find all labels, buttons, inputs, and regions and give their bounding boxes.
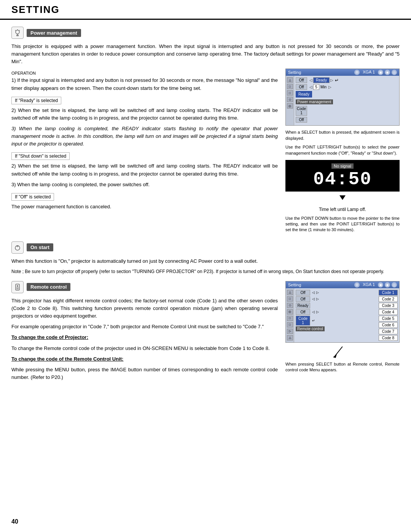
rc-pointer-arrow [331, 347, 354, 358]
rc-row-2: Off ◁ ▷ [296, 296, 376, 302]
power-management-label: Power management [27, 29, 81, 37]
ui-sidebar-item-2: □ [287, 84, 293, 89]
condition1-box: If "Ready" is selected [11, 97, 61, 104]
change-projector-label: To change the code of Projector: [11, 334, 278, 341]
ui-icon1: ⚙ [354, 70, 360, 75]
rc-icon3: ◉ [385, 282, 390, 288]
rc-row-5: Code 1 ↵ [296, 316, 376, 326]
rc-sidebar-item-5: □ [287, 316, 293, 321]
ui-row1-left-arrow: ◁ [309, 78, 312, 82]
ui-titlebar: Setting ⚙ XGA 1 ▣ ◉ ◎ [286, 69, 399, 76]
countdown-arrow-container [285, 195, 400, 200]
ui-icon2: ▣ [378, 70, 383, 75]
remote-control-right-col: Setting ⚙ XGA 1 ▣ ◉ ◎ △ □ [285, 281, 400, 384]
rc-footer-label: Remote control [296, 326, 325, 331]
change-projector-text: To change the Remote control code of the… [11, 345, 278, 352]
rc-row4-label: Off [296, 309, 310, 315]
rc-code-3: Code 3 [379, 303, 398, 308]
ui-row2-label: Off [296, 84, 307, 90]
ui-row-2: Off ◁ 5 Min ▷ [296, 84, 398, 90]
rc-sidebar-item-4: ◎ [287, 309, 293, 315]
on-start-header: On start [11, 241, 400, 254]
condition2-text1: 2) When the set time is elapsed, the lam… [11, 162, 278, 177]
countdown-arrow [339, 195, 346, 200]
remote-control-left-col: Remote control This projector has eight … [11, 281, 278, 384]
rc-row3-label: Ready [296, 303, 310, 308]
on-start-icon [11, 241, 24, 254]
svg-point-10 [17, 285, 18, 287]
rc-sidebar-item-2: □ [287, 296, 293, 302]
lightbulb-icon [14, 29, 21, 37]
time-left-label: Time left until Lamp off. [285, 206, 400, 213]
rc-row1-label: Off [296, 290, 310, 296]
remote-control-text1: This projector has eight different remot… [11, 297, 278, 320]
ui-min-label: Min [320, 85, 327, 89]
svg-rect-9 [16, 284, 19, 290]
ui-titlebar-right: XGA 1 [361, 70, 376, 75]
rc-main-area: Off ◁ ▷ Off ◁ ▷ Ready [294, 288, 377, 342]
ui-off2-label: Off [296, 117, 307, 123]
ui-titlebar-icons: ⚙ XGA 1 ▣ ◉ ◎ [354, 70, 397, 75]
ui-titlebar-left: Setting [288, 70, 301, 75]
ui-row1-right-arrow: ▷ [330, 78, 333, 82]
rc-row1-arrow: ◁ [312, 291, 315, 294]
condition2-label: If "Shut down" is selected [15, 153, 66, 159]
power-management-icon [11, 27, 24, 39]
page-header: SETTING [0, 0, 411, 20]
ui-main-area: Off ◁ Ready ▷ ↵ Off ◁ 5 Min ▷ [294, 76, 399, 125]
rc-row2-label: Off [296, 296, 310, 302]
ui-code1-label: Code 1 [296, 106, 307, 116]
remote-control-section: Remote control This projector has eight … [11, 281, 400, 384]
rc-code-6: Code 6 [379, 322, 398, 328]
rc-caption: When pressing SELECT button at Remote co… [285, 361, 400, 373]
ui-row2-left-arrow: ◁ [309, 85, 312, 89]
rc-icon4: ◎ [392, 282, 397, 288]
rc-code-5: Code 5 [379, 316, 398, 321]
power-management-intro: This projector is equipped with a power … [11, 43, 400, 66]
rc-titlebar-right: XGA 1 [361, 282, 376, 288]
rc-code-2: Code 2 [379, 296, 398, 302]
rc-row4-rarrow: ▷ [316, 310, 319, 314]
rc-row5-label: Code 1 [296, 316, 310, 326]
condition3-label: If "Off" is selected [15, 194, 51, 200]
rc-row2-rarrow: ▷ [316, 297, 319, 301]
rc-row2-arrow: ◁ [312, 297, 315, 301]
on-start-note: Note ; Be sure to turn projector off pro… [11, 268, 400, 275]
remote-control-icon [11, 281, 24, 293]
rc-code-8: Code 8 [379, 335, 398, 341]
power-icon [14, 244, 21, 251]
rc-ui-body: △ □ ◇ ◎ □ □ ▷ △ Off [286, 288, 399, 342]
condition2-text2: 3) When the lamp cooling is completed, t… [11, 181, 278, 189]
countdown-display: No signal 04:50 [285, 160, 400, 192]
page-number: 40 [11, 518, 18, 525]
no-signal-label: No signal [331, 163, 354, 169]
rc-titlebar-left: Setting [288, 283, 301, 287]
power-management-right-col: Setting ⚙ XGA 1 ▣ ◉ ◎ △ □ □ ◇ [285, 69, 400, 236]
page-content: Power management This projector is equip… [0, 20, 411, 392]
power-management-header: Power management [11, 27, 400, 39]
ui-row-off2: Off [296, 117, 398, 123]
ui-icon4: ◎ [392, 70, 397, 75]
point-lr-caption: Use the POINT LEFT/RIGHT button(s) to se… [285, 144, 400, 156]
remote-control-text2: For example operating projector in "Code… [11, 323, 278, 331]
ui-sidebar-item-1: △ [287, 77, 293, 83]
ui-body: △ □ □ ◇ ◎ Off ◁ Ready ▷ ↵ [286, 76, 399, 125]
point-down-caption: Use the POINT DOWN button to move the po… [285, 216, 400, 233]
svg-marker-15 [333, 354, 337, 358]
svg-line-6 [19, 30, 20, 31]
ui-row-1: Off ◁ Ready ▷ ↵ [296, 77, 398, 83]
ui-icon3: ◉ [385, 70, 390, 75]
condition3-text: The power management function is cancele… [11, 203, 278, 211]
rc-ui-titlebar: Setting ⚙ XGA 1 ▣ ◉ ◎ [286, 281, 399, 288]
ui-row-3: Ready [296, 91, 398, 97]
operation-point1: 1) If the input signal is interrupted an… [11, 77, 278, 92]
on-start-text1: When this function is "On," projector is… [11, 257, 400, 265]
rc-sidebar-item-6: □ [287, 322, 293, 328]
svg-point-0 [16, 30, 19, 34]
power-management-ui-screenshot: Setting ⚙ XGA 1 ▣ ◉ ◎ △ □ □ ◇ [285, 69, 400, 126]
ui-sidebar-item-4: ◇ [287, 97, 293, 102]
ui-ready-button: Ready [296, 91, 312, 97]
svg-line-5 [15, 30, 16, 31]
change-remote-label: To change the code of the Remote Control… [11, 355, 278, 363]
ui-row-code1: Code 1 [296, 106, 398, 116]
